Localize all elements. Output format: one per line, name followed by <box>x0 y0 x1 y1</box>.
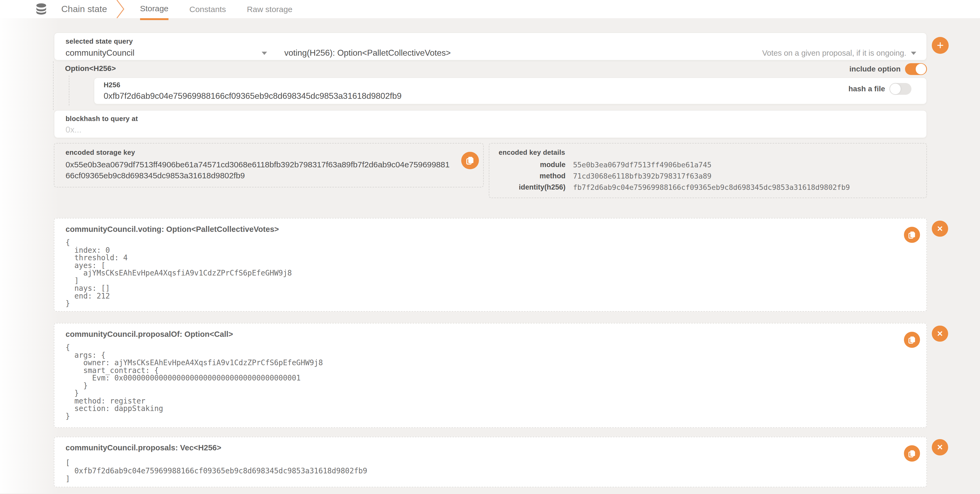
encoded-detail-row: module 55e0b3ea0679df7513ff4906be61a745 <box>489 159 926 170</box>
toggle-knob <box>890 84 901 94</box>
include-option-label: include option <box>849 65 900 73</box>
query-result-card: communityCouncil.proposalOf: Option<Call… <box>54 323 927 428</box>
breadcrumb-chevron-icon <box>116 0 124 18</box>
encoded-key-details-box: encoded key details module 55e0b3ea0679d… <box>489 143 927 198</box>
hash-a-file-label: hash a file <box>848 84 885 93</box>
method-help-text[interactable]: Votes on a given proposal, if it is ongo… <box>762 49 906 57</box>
result-json: { args: { owner: ajYMsCKsEAhEvHpeA4Xqsfi… <box>65 343 915 420</box>
h256-param-row: H256 hash a file <box>94 77 927 104</box>
result-json: [ 0xfb7f2d6ab9c04e75969988166cf09365eb9c… <box>65 459 915 483</box>
result-title: communityCouncil.proposalOf: Option<Call… <box>65 330 915 339</box>
method-select[interactable]: voting(H256): Option<PalletCollectiveVot… <box>284 48 451 58</box>
detail-value: fb7f2d6ab9c04e75969988166cf09365eb9c8d69… <box>573 183 850 191</box>
encoded-storage-key-label: encoded storage key <box>65 149 135 156</box>
page-title: Chain state <box>61 0 107 18</box>
top-bar: Chain state Storage Constants Raw storag… <box>0 0 980 18</box>
detail-label: method <box>489 172 566 180</box>
toggle-knob <box>916 64 926 75</box>
remove-query-button[interactable]: ✕ <box>932 326 948 342</box>
query-result-card: communityCouncil.proposals: Vec<H256> [ … <box>54 437 927 487</box>
query-result-card: communityCouncil.voting: Option<PalletCo… <box>54 218 927 312</box>
left-edge-gradient <box>0 18 59 494</box>
copy-button[interactable] <box>904 227 920 243</box>
result-json: { index: 0 threshold: 4 ayes: [ ajYMsCKs… <box>65 238 915 307</box>
param-tree-guide <box>69 76 69 105</box>
remove-query-button[interactable]: ✕ <box>932 439 948 456</box>
remove-query-button[interactable]: ✕ <box>932 221 948 237</box>
h256-value-input[interactable] <box>103 91 779 101</box>
copy-icon <box>908 450 916 457</box>
detail-label: module <box>489 160 566 169</box>
selected-state-query-row: selected state query communityCouncil vo… <box>54 32 927 60</box>
encoded-detail-row: identity(h256) fb7f2d6ab9c04e75969988166… <box>489 182 926 193</box>
caret-down-icon[interactable] <box>911 52 916 55</box>
h256-type-label: H256 <box>103 81 120 89</box>
blockhash-label: blockhash to query at <box>65 115 138 122</box>
include-option-toggle[interactable] <box>905 63 927 75</box>
param-tree-guide <box>53 61 54 110</box>
selected-state-query-label: selected state query <box>65 38 133 45</box>
copy-icon <box>908 231 916 239</box>
copy-icon <box>466 156 474 165</box>
caret-down-icon[interactable] <box>262 52 267 55</box>
tab-constants[interactable]: Constants <box>189 0 226 18</box>
database-icon <box>36 3 47 15</box>
encoded-detail-row: method 71cd3068e6118bfb392b798317f63a89 <box>489 170 926 182</box>
pallet-select[interactable]: communityCouncil <box>65 48 272 58</box>
chain-state-page: Chain state Storage Constants Raw storag… <box>0 0 980 494</box>
encoded-storage-key-value: 0x55e0b3ea0679df7513ff4906be61a74571cd30… <box>65 159 450 181</box>
hash-a-file-toggle[interactable] <box>889 83 912 95</box>
copy-button[interactable] <box>904 445 920 462</box>
blockhash-input[interactable] <box>65 125 903 135</box>
result-title: communityCouncil.proposals: Vec<H256> <box>65 443 915 452</box>
blockhash-row: blockhash to query at <box>54 110 927 138</box>
result-title: communityCouncil.voting: Option<PalletCo… <box>65 225 915 234</box>
detail-value: 71cd3068e6118bfb392b798317f63a89 <box>573 172 711 180</box>
detail-value: 55e0b3ea0679df7513ff4906be61a745 <box>573 160 711 169</box>
tab-storage[interactable]: Storage <box>140 0 169 20</box>
option-type-label: Option<H256> <box>65 64 116 73</box>
copy-button[interactable] <box>904 332 920 348</box>
copy-icon <box>908 336 916 344</box>
detail-label: identity(h256) <box>489 183 566 191</box>
encoded-key-details-label: encoded key details <box>499 149 565 156</box>
encoded-storage-key-box: encoded storage key 0x55e0b3ea0679df7513… <box>54 143 484 187</box>
add-query-button[interactable]: + <box>932 37 949 54</box>
copy-button[interactable] <box>461 152 479 169</box>
tab-raw-storage[interactable]: Raw storage <box>247 0 293 18</box>
